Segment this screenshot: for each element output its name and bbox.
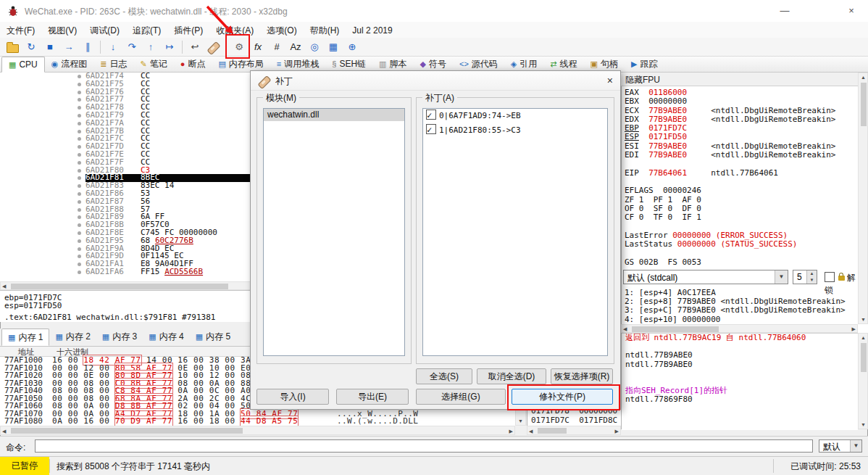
fx-icon[interactable]: fx <box>249 39 267 55</box>
tab-log[interactable]: ≣日志 <box>93 57 133 72</box>
patches-list[interactable]: 0|6A7F1AD9:74->EB1|6AD21F80:55->C3 <box>422 108 608 356</box>
restore-selection-button[interactable]: 恢复选择项(R) <box>551 368 613 384</box>
stop-icon[interactable]: ■ <box>41 39 59 55</box>
checkbox-icon[interactable] <box>426 124 436 134</box>
tab-source[interactable]: <>源代码 <box>453 57 504 72</box>
scroll-left-icon[interactable]: ◀ <box>529 429 533 434</box>
scroll-thumb[interactable] <box>11 284 228 289</box>
menu-item-file[interactable]: 文件(F) <box>0 22 41 38</box>
find-strings-icon[interactable]: ◎ <box>306 39 323 55</box>
patch-icon[interactable] <box>205 39 222 55</box>
registers-vscrollbar[interactable]: ▲ ▼ <box>858 73 868 324</box>
stack-comment-line[interactable]: 返回到 ntdll.77B9AC19 自 ntdll.77B64060 <box>622 334 858 342</box>
checkbox-icon[interactable] <box>426 110 436 120</box>
scroll-up-icon[interactable]: ▲ <box>861 75 866 80</box>
stack-comment-line[interactable]: ntdll.77B9ABE0 <box>622 351 858 360</box>
tab-seh[interactable]: §SEH链 <box>325 57 372 72</box>
register-line[interactable]: GS 002B FS 0053 <box>625 258 856 267</box>
argument-line[interactable]: 3: [esp+C] 77B9ABE0 <ntdll.DbgUiRemoteBr… <box>625 306 856 315</box>
scroll-down-icon[interactable]: ▼ <box>518 418 523 424</box>
scroll-up-icon[interactable]: ▲ <box>861 335 866 340</box>
checkbox-icon[interactable] <box>825 272 835 282</box>
scroll-thumb[interactable] <box>11 428 243 434</box>
step-into-icon[interactable]: ↓ <box>104 39 122 55</box>
register-line[interactable]: EDI 77B9ABE0 <ntdll.DbgUiRemoteBreakin> <box>625 151 856 160</box>
stack-row[interactable]: 0171FD7C 0171FD8C <box>531 416 617 425</box>
import-button[interactable]: 导入(I) <box>256 389 329 405</box>
stack-hscrollbar[interactable]: ◀ ▶ <box>527 426 621 435</box>
menu-item-favourites[interactable]: 收藏夹(A) <box>209 22 260 38</box>
patch-file-button[interactable]: 修补文件(P) <box>512 389 613 405</box>
scroll-left-icon[interactable]: ◀ <box>2 284 6 289</box>
run-to-user-code-icon[interactable]: ↦ <box>161 39 178 55</box>
arguments-panel[interactable]: 1: [esp+4] A0C17EEA2: [esp+8] 77B9ABE0 <… <box>625 289 856 324</box>
close-button[interactable]: × <box>835 0 868 22</box>
stack-comments-panel[interactable]: 返回到 ntdll.77B9AC19 自 ntdll.77B64060 ntdl… <box>622 333 858 430</box>
modules-list[interactable]: wechatwin.dll <box>263 108 405 356</box>
patch-list-item[interactable]: 1|6AD21F80:55->C3 <box>423 123 607 138</box>
patch-list-item[interactable]: 0|6A7F1AD9:74->EB <box>423 109 607 123</box>
export-button[interactable]: 导出(E) <box>336 389 409 405</box>
run-icon[interactable]: → <box>60 39 78 55</box>
menu-item-plugins[interactable]: 插件(P) <box>167 22 209 38</box>
dialog-close-icon[interactable]: × <box>607 75 613 86</box>
step-over-icon[interactable]: ↷ <box>123 39 141 55</box>
internet-icon[interactable]: ⊕ <box>343 39 361 55</box>
dump-tab-2[interactable]: ▦内存 2 <box>49 329 96 345</box>
dump-tab-3[interactable]: ▦内存 3 <box>96 329 143 345</box>
dump-hscrollbar[interactable]: ◀ ▶ <box>0 426 515 435</box>
pause-icon[interactable]: ∥ <box>79 39 96 55</box>
tab-symbols[interactable]: ◆符号 <box>414 57 453 72</box>
calling-convention-select[interactable]: 默认 (stdcall) ▼ <box>623 270 788 284</box>
tab-call-stack[interactable]: ≡调用堆栈 <box>270 57 325 72</box>
scroll-thumb[interactable] <box>632 326 719 332</box>
scroll-down-icon[interactable]: ▼ <box>861 422 866 427</box>
scroll-right-icon[interactable]: ▶ <box>852 326 856 332</box>
hash-icon[interactable]: # <box>268 39 285 55</box>
select-group-button[interactable]: 选择组(G) <box>416 389 506 405</box>
menu-item-debug[interactable]: 调试(D) <box>83 22 126 38</box>
stepper-arrows-icon[interactable]: ▲▼ <box>806 270 817 284</box>
tab-script[interactable]: ▥脚本 <box>372 57 413 72</box>
dump-tab-5[interactable]: ▦内存 5 <box>190 329 236 345</box>
chevron-down-icon[interactable]: ▼ <box>775 270 788 284</box>
scroll-thumb[interactable] <box>861 343 867 372</box>
registers-hscrollbar[interactable]: ◀ ▶ <box>621 324 858 333</box>
step-out-icon[interactable]: ↑ <box>142 39 159 55</box>
deselect-all-button[interactable]: 取消全选(D) <box>477 368 546 384</box>
menu-item-options[interactable]: 选项(O) <box>260 22 303 38</box>
dump-tab-1[interactable]: ▦内存 1 <box>1 329 49 346</box>
comments-vscrollbar[interactable]: ▲ ▼ <box>858 333 868 429</box>
menu-item-help[interactable]: 帮助(H) <box>304 22 346 38</box>
module-list-item[interactable]: wechatwin.dll <box>264 109 404 121</box>
select-all-button[interactable]: 全选(S) <box>416 368 472 384</box>
execute-till-return-icon[interactable]: ↩ <box>186 39 204 55</box>
tab-references[interactable]: ◈引用 <box>504 57 543 72</box>
az-icon[interactable]: Az <box>287 39 304 55</box>
registers-panel[interactable]: EAX 01186000EBX 00000000ECX 77B9ABE0 <nt… <box>625 88 856 267</box>
tab-cpu[interactable]: ▦CPU <box>1 57 45 73</box>
scroll-thumb[interactable] <box>861 83 867 126</box>
chevron-down-icon[interactable]: ▼ <box>850 440 861 452</box>
register-line[interactable]: EIP 77B64061 ntdll.77B64061 <box>625 169 856 178</box>
register-line[interactable]: CF 0 TF 0 IF 1 <box>625 213 856 222</box>
tab-breakpoints[interactable]: ●断点 <box>174 57 212 72</box>
tab-trace[interactable]: ▶跟踪 <box>625 57 664 72</box>
tab-threads[interactable]: ⇄线程 <box>543 57 583 72</box>
restart-icon[interactable]: ↻ <box>22 39 40 55</box>
hide-fpu-button[interactable]: 隐藏FPU <box>621 73 858 86</box>
scroll-left-icon[interactable]: ◀ <box>2 429 6 434</box>
scroll-left-icon[interactable]: ◀ <box>623 326 627 332</box>
tab-memory-map[interactable]: ▤内存布局 <box>212 57 270 72</box>
menu-item-trace[interactable]: 追踪(T) <box>126 22 167 38</box>
command-input[interactable] <box>35 439 813 453</box>
register-line[interactable]: LastStatus 00000000 (STATUS_SUCCESS) <box>625 240 856 249</box>
scroll-right-icon[interactable]: ▶ <box>615 429 619 434</box>
scroll-right-icon[interactable]: ▶ <box>509 429 513 434</box>
tab-handles[interactable]: ▣句柄 <box>584 57 625 72</box>
stack-comment-line[interactable]: ntdll.77869F80 <box>622 395 858 404</box>
command-script-select[interactable]: 默认 ▼ <box>819 439 862 453</box>
stack-comment-line[interactable]: ntdll.77B9ABE0 <box>622 360 858 369</box>
argument-line[interactable]: 4: [esp+10] 00000000 <box>625 315 856 324</box>
tab-graph[interactable]: ◉流程图 <box>45 57 94 72</box>
